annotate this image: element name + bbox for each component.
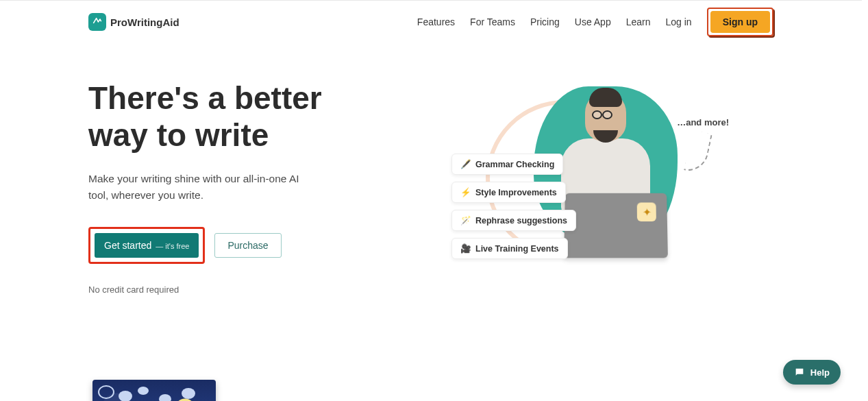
chip-label: Grammar Checking — [475, 160, 554, 169]
no-credit-note: No credit card required — [88, 284, 376, 295]
chip-label: Live Training Events — [475, 244, 559, 254]
illustration: ✦ …and more! 🖋️ Grammar Checking ⚡ Style… — [451, 80, 746, 278]
chip-grammar: 🖋️ Grammar Checking — [451, 154, 563, 175]
camera-icon: 🎥 — [460, 243, 470, 254]
get-started-button[interactable]: Get started — it's free — [95, 233, 199, 258]
hero-copy: There's a better way to write Make your … — [88, 80, 376, 295]
chip-style: ⚡ Style Improvements — [451, 182, 566, 203]
help-button[interactable]: Help — [783, 360, 841, 385]
nav-features[interactable]: Features — [417, 16, 455, 27]
pen-icon: 🖋️ — [460, 159, 470, 169]
main-nav: Features For Teams Pricing Use App Learn… — [417, 8, 773, 36]
cta-row: Get started — it's free Purchase — [88, 227, 376, 264]
hero-headline: There's a better way to write — [88, 80, 376, 154]
and-more-label: …and more! — [677, 117, 729, 127]
site-header: ProWritingAid Features For Teams Pricing… — [88, 1, 773, 42]
chip-label: Rephrase suggestions — [475, 216, 567, 226]
nav-use-app[interactable]: Use App — [575, 16, 611, 27]
signup-button[interactable]: Sign up — [710, 11, 770, 33]
chip-label: Style Improvements — [475, 188, 557, 197]
chip-training: 🎥 Live Training Events — [451, 238, 568, 259]
get-started-label: Get started — [104, 240, 151, 251]
brand[interactable]: ProWritingAid — [88, 13, 179, 31]
get-started-sublabel: — it's free — [156, 242, 189, 250]
purchase-button[interactable]: Purchase — [214, 233, 281, 258]
nav-pricing[interactable]: Pricing — [530, 16, 560, 27]
hero-subhead: Make your writing shine with our all-in-… — [88, 171, 314, 204]
section-writing-lets-you-down: Do you feel like your writing lets you d… — [88, 377, 773, 401]
arrow-swoosh-icon — [684, 130, 712, 175]
sparkle-icon: ✦ — [637, 202, 656, 221]
art-front-panel — [92, 380, 216, 401]
starry-art-graphic — [88, 377, 321, 401]
brand-logo-icon — [88, 13, 106, 31]
nav-for-teams[interactable]: For Teams — [470, 16, 515, 27]
brand-name: ProWritingAid — [110, 16, 179, 28]
hero-illustration: ✦ …and more! 🖋️ Grammar Checking ⚡ Style… — [404, 80, 773, 285]
bolt-icon: ⚡ — [460, 187, 470, 197]
chat-icon — [794, 367, 805, 378]
signup-highlight: Sign up — [707, 8, 773, 36]
wand-icon: 🪄 — [460, 215, 470, 226]
laptop-graphic: ✦ — [564, 193, 668, 258]
help-label: Help — [810, 367, 830, 378]
chip-rephrase: 🪄 Rephrase suggestions — [451, 210, 576, 231]
nav-login[interactable]: Log in — [666, 16, 692, 27]
hero-section: There's a better way to write Make your … — [88, 42, 773, 295]
feature-chips: 🖋️ Grammar Checking ⚡ Style Improvements… — [451, 154, 576, 259]
nav-learn[interactable]: Learn — [626, 16, 651, 27]
get-started-highlight: Get started — it's free — [88, 227, 205, 264]
